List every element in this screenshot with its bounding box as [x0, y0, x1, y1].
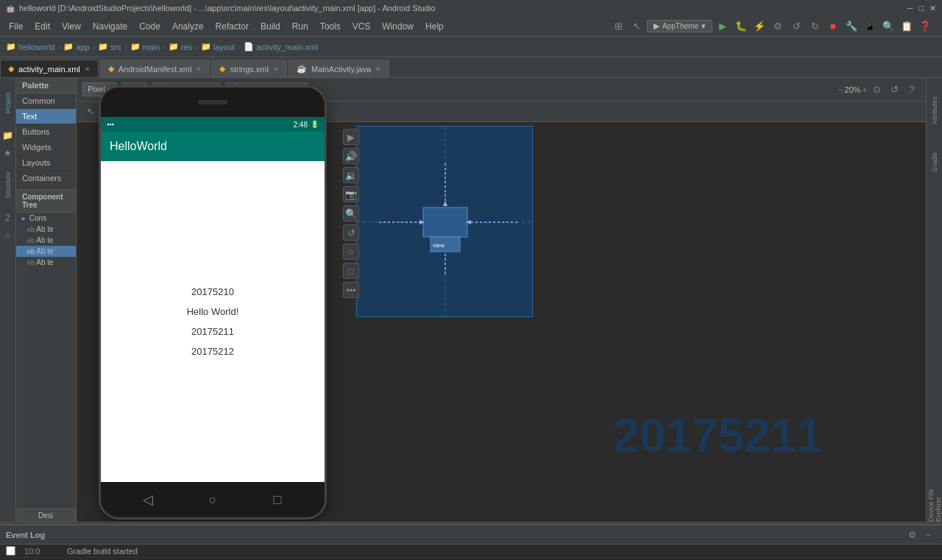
toolbar-btn1[interactable]: ⚡ [751, 18, 768, 35]
structure-nav-icon[interactable]: Structure [1, 163, 15, 208]
nav-icon-2[interactable]: ★ [1, 146, 15, 160]
tab-androidmanifest[interactable]: ◆ AndroidManifest.xml ✕ [100, 60, 210, 77]
run-config-dropdown[interactable]: ▶AppTheme ▾ [647, 20, 712, 32]
breadcrumb-sep-3: › [124, 43, 127, 52]
fit-screen-btn[interactable]: ⊙ [868, 82, 885, 98]
device-file-explorer-tab[interactable]: Device File Explorer [927, 463, 942, 522]
breadcrumb-file[interactable]: 📄 activity_main.xml [244, 42, 318, 52]
minimize-btn[interactable]: ─ [907, 4, 913, 13]
menu-run[interactable]: Run [286, 16, 314, 36]
attributes-tab[interactable]: Attributes [927, 81, 942, 140]
tab-close-2[interactable]: ✕ [196, 65, 202, 73]
tree-item-ab3[interactable]: Ab Ab te [16, 246, 76, 257]
menu-refactor[interactable]: Refactor [210, 16, 255, 36]
palette-containers[interactable]: Containers [16, 171, 76, 186]
phone-time: 2:48 [294, 121, 308, 129]
debug-btn[interactable]: 🐛 [733, 18, 749, 35]
volume-tool[interactable]: 🔊 [343, 148, 359, 164]
tree-item-ab4[interactable]: Ab Ab te [16, 257, 76, 268]
toolbar-icon-cursor[interactable]: ↖ [628, 18, 645, 35]
gradle-tab[interactable]: Gradle [927, 140, 942, 184]
menu-tools[interactable]: Tools [314, 16, 347, 36]
circle-tool[interactable]: ○ [343, 244, 359, 260]
title-bar: 🤖 helloworld [D:\AndroidStudioProjects\h… [0, 0, 942, 16]
phone-recents-btn[interactable]: □ [264, 486, 291, 513]
svg-rect-9 [431, 237, 460, 252]
nav-icon-3[interactable]: 2 [1, 210, 15, 225]
canvas-area: Pixel ▾ 28 ▾ 🎨 AppTheme ▾ 🌐 Default (en-… [77, 78, 926, 522]
menu-file[interactable]: File [3, 16, 29, 36]
tree-item-ab2[interactable]: Ab Ab te [16, 235, 76, 246]
menu-navigate[interactable]: Navigate [87, 16, 133, 36]
breadcrumb-layout[interactable]: 📁 layout [201, 42, 235, 52]
vol-down-tool[interactable]: 🔉 [343, 167, 359, 183]
screenshot-tool[interactable]: 📷 [343, 186, 359, 202]
palette-buttons[interactable]: Buttons [16, 124, 76, 140]
toolbar-btn3[interactable]: ↺ [788, 18, 804, 35]
folder-icon-2: 📁 [63, 42, 74, 52]
log-checkbox[interactable] [6, 546, 15, 556]
breadcrumb-app[interactable]: 📁 app [63, 42, 89, 52]
toolbar-btn7[interactable]: 🔍 [880, 18, 896, 35]
stop-btn[interactable]: ■ [825, 18, 841, 35]
tree-item-constraint[interactable]: ▸ Cons [16, 213, 76, 224]
menu-code[interactable]: Code [133, 16, 166, 36]
select-tool[interactable]: ↖ [82, 104, 99, 120]
menu-help[interactable]: Help [419, 16, 450, 36]
palette-common[interactable]: Common [16, 93, 76, 109]
constraint-svg: view [357, 127, 532, 316]
menu-edit[interactable]: Edit [29, 16, 56, 36]
tab-strings-xml[interactable]: ◆ strings.xml ✕ [211, 60, 287, 77]
rotate-tool[interactable]: ↺ [343, 224, 359, 241]
folder-icon-6: 📁 [201, 42, 211, 52]
zoom-reset-btn[interactable]: ↺ [886, 82, 902, 98]
square-tool[interactable]: □ [343, 263, 359, 279]
toolbar-btn5[interactable]: 🔧 [843, 18, 860, 35]
toolbar-btn4[interactable]: ↻ [807, 18, 823, 35]
favorites-nav-icon[interactable]: ☆ [1, 228, 15, 243]
menu-analyze[interactable]: Analyze [166, 16, 210, 36]
zoom-in-canvas[interactable]: 🔍 [343, 205, 359, 221]
tab-close-3[interactable]: ✕ [273, 65, 279, 73]
phone-home-btn[interactable]: ○ [199, 486, 226, 513]
tab-close-1[interactable]: ✕ [85, 65, 91, 73]
breadcrumb-main[interactable]: 📁 main [130, 42, 160, 52]
close-bottom-btn[interactable]: − [920, 527, 936, 543]
ab-icon-3: Ab [26, 248, 35, 255]
toolbar-btn8[interactable]: 📋 [899, 18, 915, 35]
more-tools[interactable]: ••• [343, 282, 359, 298]
settings-bottom-btn[interactable]: ⚙ [904, 527, 920, 543]
run-btn[interactable]: ▶ [715, 18, 731, 35]
menu-window[interactable]: Window [376, 16, 419, 36]
ab-icon-1: Ab [26, 226, 35, 233]
breadcrumb-res[interactable]: 📁 res [169, 42, 192, 52]
design-canvas: view [356, 126, 533, 317]
palette-layouts[interactable]: Layouts [16, 155, 76, 171]
close-btn[interactable]: ✕ [929, 4, 936, 13]
design-tab-design[interactable]: Desi [16, 509, 76, 522]
play-tool[interactable]: ▶ [343, 129, 359, 145]
breadcrumb-helloworld[interactable]: 📁 helloworld [6, 42, 55, 52]
menu-vcs[interactable]: VCS [347, 16, 377, 36]
palette-text[interactable]: Text [16, 109, 76, 124]
menu-view[interactable]: View [56, 16, 87, 36]
toolbar-btn2[interactable]: ⚙ [770, 18, 786, 35]
toolbar-btn9[interactable]: ❓ [917, 18, 933, 35]
toolbar-icon-layout[interactable]: ⊞ [610, 18, 626, 35]
palette-spacer [16, 268, 76, 508]
phone-back-btn[interactable]: ◁ [135, 486, 161, 513]
restore-btn[interactable]: □ [918, 4, 924, 13]
log-entry-1: 10:0 Gradle build started [0, 545, 942, 558]
breadcrumb-sep-4: › [163, 43, 166, 52]
help-canvas-btn[interactable]: ? [904, 82, 920, 98]
project-nav-icon[interactable]: Project [1, 81, 15, 125]
nav-icon-1[interactable]: 📁 [1, 128, 15, 143]
tab-activity-main-xml[interactable]: ◆ activity_main.xml ✕ [0, 60, 99, 77]
tree-item-ab1[interactable]: Ab Ab te [16, 224, 76, 235]
palette-widgets[interactable]: Widgets [16, 140, 76, 155]
tab-close-4[interactable]: ✕ [375, 65, 381, 73]
menu-build[interactable]: Build [255, 16, 286, 36]
toolbar-btn6[interactable]: 📱 [862, 18, 878, 35]
tab-mainactivity-java[interactable]: ☕ MainActivity.java ✕ [288, 60, 389, 77]
breadcrumb-src[interactable]: 📁 src [98, 42, 121, 52]
